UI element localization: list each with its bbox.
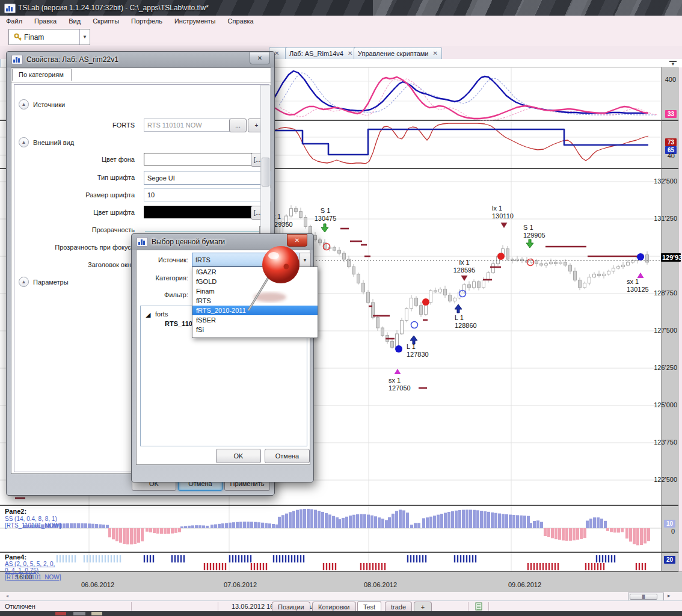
field-label: Цвет шрифта: [23, 209, 135, 216]
status-tab-test[interactable]: Test: [357, 601, 381, 612]
scroll-right-icon[interactable]: ▸: [668, 593, 671, 599]
font-color-field[interactable]: [144, 206, 255, 218]
security-dialog[interactable]: Выбор ценной бумаги ✕ Источник: fRTS ▼ К…: [131, 233, 314, 482]
axis-tick: 128'750: [650, 289, 677, 297]
status-tab-positions[interactable]: Позиции: [272, 602, 310, 612]
dropdown-item[interactable]: fSi: [192, 325, 318, 334]
axis-tick: 123'750: [650, 439, 677, 446]
security-dialog-titlebar[interactable]: Выбор ценной бумаги: [132, 234, 313, 250]
window-title: TSLab (версия 1.1.24.107:32bit) - C:\_ap…: [18, 4, 209, 12]
indicator-badge: 20: [664, 556, 675, 564]
bg-color-field[interactable]: [144, 153, 255, 165]
font-size-field[interactable]: 10: [144, 188, 271, 202]
menu-view[interactable]: Вид: [63, 17, 87, 25]
security-dialog-title: Выбор ценной бумаги: [152, 238, 225, 246]
source-combobox[interactable]: fRTS: [192, 253, 306, 266]
close-icon[interactable]: ✕: [274, 50, 279, 57]
filter-label: Фильтр:: [152, 291, 188, 298]
dropdown-item[interactable]: fGAZR: [192, 267, 318, 277]
chevron-down-icon: ▼: [303, 258, 307, 262]
account-name: Finam: [24, 33, 44, 42]
pane4-formula[interactable]: AS (2, 0, 5, 5, 2, 0, 0, 4, 1, 0,75) [RT…: [5, 561, 61, 581]
axis-tick: 125'000: [650, 401, 677, 408]
app-icon: [4, 4, 16, 16]
section-sources[interactable]: ▲ Источники: [19, 99, 65, 109]
axis-tick: 40: [647, 152, 675, 159]
properties-dialog-title: Свойства: Лаб: AS_rim22v1: [26, 55, 118, 64]
tab-script-manager[interactable]: Управление скриптами ✕: [354, 47, 442, 59]
axis-tick: 132'500: [650, 177, 677, 185]
field-label: Заголовок окна: [23, 261, 135, 268]
menu-scripts[interactable]: Скрипты: [87, 17, 125, 25]
axis-tick: 126'250: [650, 364, 677, 371]
connection-status: Отключен: [5, 603, 35, 610]
account-combobox[interactable]: Finam ▼: [8, 29, 90, 45]
tab-label: Управление скриптами: [358, 50, 428, 57]
close-icon[interactable]: ✕: [432, 50, 437, 57]
scrollbar-thumb[interactable]: [262, 158, 269, 186]
status-tab-quotes[interactable]: Котировки: [312, 602, 356, 612]
account-dropdown-arrow[interactable]: ▼: [79, 29, 90, 45]
tab-lab-as-rim14v4[interactable]: Лаб: AS_Rim14v4 ✕: [285, 47, 357, 59]
trade-annotation: sx 1130125: [627, 278, 649, 294]
menu-file[interactable]: Файл: [0, 17, 28, 25]
scroll-left-icon[interactable]: ◂: [6, 593, 8, 599]
date-label: 08.06.2012: [364, 581, 397, 588]
collapse-icon[interactable]: ▲: [19, 137, 29, 147]
tree-item-rts[interactable]: RTS_110: [165, 320, 192, 327]
trade-annotation: L 1128860: [455, 314, 477, 330]
section-appearance[interactable]: ▲ Внешний вид: [19, 137, 74, 147]
close-icon[interactable]: ✕: [348, 50, 352, 57]
menu-tools[interactable]: Инструменты: [168, 17, 222, 25]
close-icon: ✕: [257, 55, 262, 61]
collapse-icon[interactable]: ▲: [19, 277, 29, 287]
properties-close-button[interactable]: ✕: [250, 52, 270, 64]
security-ok-button[interactable]: OK: [216, 449, 261, 463]
title-bar[interactable]: TSLab (версия 1.1.24.107:32bit) - C:\_ap…: [0, 0, 682, 16]
date-label: 09.06.2012: [508, 581, 541, 588]
menu-edit[interactable]: Правка: [28, 17, 63, 25]
opacity-slider-track[interactable]: [145, 231, 260, 232]
pane2-formula[interactable]: SS (14, 0.4, 8, 8, 1) [RTS_110101_NOW]: [5, 516, 61, 529]
axis-tick: 0: [647, 528, 675, 535]
source-dropdown-arrow[interactable]: ▼: [299, 253, 311, 268]
forts-source-field[interactable]: RTS 110101 NOW: [144, 119, 233, 132]
tab-label: Лаб: AS_Rim14v4: [289, 50, 343, 57]
titlebar-glass-texture: [373, 0, 682, 16]
trade-annotation: S 1129905: [523, 224, 545, 239]
field-label: Размер шрифта: [23, 191, 135, 199]
status-tab-trade[interactable]: trade: [385, 602, 412, 612]
tree-expander-icon[interactable]: ◢: [146, 311, 150, 319]
pane2-label: Pane2:: [5, 508, 26, 515]
tree-root-forts[interactable]: forts: [155, 310, 168, 318]
dropdown-item[interactable]: Finam: [192, 286, 318, 296]
taskbar-strip: [0, 611, 682, 616]
security-close-button[interactable]: ✕: [287, 234, 307, 247]
menu-portfolio[interactable]: Портфель: [125, 17, 168, 25]
hscroll-row: ◂ ▐▌ ▸: [0, 592, 682, 600]
dropdown-item[interactable]: fGOLD: [192, 277, 318, 286]
hscrollbar-track[interactable]: ▐▌: [628, 593, 664, 601]
indicator-badge: 73: [665, 138, 677, 146]
category-tab[interactable]: По категориям: [12, 69, 72, 81]
indicator-badge: 33: [665, 110, 677, 118]
field-label: Прозрачность при фокусе: [23, 244, 135, 251]
add-status-tab-button[interactable]: +: [414, 602, 432, 612]
hscrollbar-thumb[interactable]: ▐▌: [630, 594, 657, 600]
security-cancel-button[interactable]: Отмена: [265, 449, 310, 463]
pane4-label: Pane4:: [5, 553, 26, 561]
forts-browse-button[interactable]: ...: [229, 119, 247, 132]
trade-annotation: S 1130475: [310, 207, 340, 223]
properties-dialog-titlebar[interactable]: Свойства: Лаб: AS_rim22v1: [7, 52, 274, 67]
axis-tick: 400: [648, 76, 676, 83]
dropdown-item-selected[interactable]: fRTS_2010-2011: [192, 306, 318, 315]
menu-help[interactable]: Справка: [222, 17, 260, 25]
field-label: Тип шрифта: [23, 174, 135, 181]
dropdown-item[interactable]: fRTS: [192, 296, 318, 306]
dropdown-item[interactable]: fSBER: [192, 315, 318, 325]
trade-annotation: lx 1130110: [492, 205, 514, 220]
font-type-combobox[interactable]: Segoe UI ▼: [144, 171, 271, 185]
log-notebook-icon[interactable]: [475, 602, 482, 611]
collapse-icon[interactable]: ▲: [19, 99, 29, 109]
section-parameters[interactable]: ▲ Параметры: [19, 277, 69, 287]
